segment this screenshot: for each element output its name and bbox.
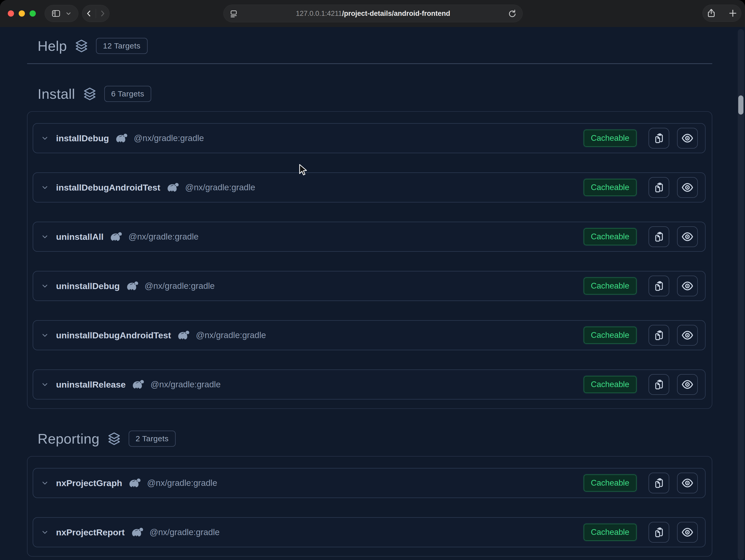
reload-button[interactable] <box>508 9 517 20</box>
copy-button[interactable] <box>648 276 669 296</box>
target-executor: @nx/gradle:gradle <box>147 478 217 488</box>
url-host: 127.0.0.1:4211 <box>296 10 342 18</box>
section-title: Install <box>38 85 75 102</box>
target-group-section: Install 6 Targets installDebug <box>27 85 712 409</box>
target-row[interactable]: uninstallRelease @nx/gradle:gradle Cache… <box>33 370 706 399</box>
target-group-section: Help 12 Targets <box>27 37 712 64</box>
chevron-down-icon[interactable] <box>40 331 49 340</box>
copy-icon <box>653 132 665 144</box>
target-name: uninstallDebugAndroidTest <box>56 330 171 340</box>
gradle-icon <box>178 330 190 340</box>
chevron-down-icon[interactable] <box>40 282 49 290</box>
row-actions: Cacheable <box>584 522 698 542</box>
target-row[interactable]: installDebug @nx/gradle:gradle Cacheable <box>33 123 706 153</box>
target-row[interactable]: installDebugAndroidTest @nx/gradle:gradl… <box>33 172 706 203</box>
copy-icon <box>653 280 665 292</box>
copy-button[interactable] <box>648 226 669 247</box>
eye-icon <box>681 526 694 538</box>
target-row[interactable]: uninstallDebugAndroidTest @nx/gradle:gra… <box>33 320 706 350</box>
target-executor: @nx/gradle:gradle <box>150 527 220 537</box>
cacheable-badge: Cacheable <box>584 327 637 344</box>
scrollbar-track[interactable] <box>738 29 744 560</box>
section-title: Help <box>38 37 67 55</box>
target-row[interactable]: nxProjectGraph @nx/gradle:gradle Cacheab… <box>33 468 706 498</box>
chevron-down-icon[interactable] <box>40 232 49 241</box>
page-settings-button[interactable] <box>229 8 239 20</box>
eye-button[interactable] <box>677 177 698 198</box>
eye-icon <box>681 477 694 489</box>
project-details-page: Help 12 Targets Install 6 <box>0 27 745 560</box>
eye-button[interactable] <box>677 473 698 493</box>
minimize-window-button[interactable] <box>19 10 25 16</box>
copy-button[interactable] <box>648 522 669 542</box>
copy-button[interactable] <box>648 374 669 395</box>
target-name: installDebugAndroidTest <box>56 182 160 193</box>
eye-button[interactable] <box>677 128 698 148</box>
url-text: 127.0.0.1:4211/project-details/android-f… <box>239 10 507 18</box>
url-path: /project-details/android-frontend <box>342 10 450 18</box>
chevron-down-icon[interactable] <box>40 479 49 487</box>
close-window-button[interactable] <box>8 10 14 16</box>
section-heading: Help 12 Targets <box>38 37 712 55</box>
cacheable-badge: Cacheable <box>584 376 637 393</box>
eye-icon <box>681 280 694 292</box>
back-icon <box>85 9 93 18</box>
eye-icon <box>681 378 694 391</box>
eye-button[interactable] <box>677 226 698 247</box>
eye-icon <box>681 132 694 144</box>
cacheable-badge: Cacheable <box>584 179 637 196</box>
traffic-lights <box>8 10 36 16</box>
chevron-down-icon[interactable] <box>40 380 49 389</box>
cacheable-badge: Cacheable <box>584 228 637 245</box>
layers-icon <box>83 86 97 101</box>
sidebar-toggle-button[interactable] <box>44 5 78 22</box>
section-target-list: nxProjectGraph @nx/gradle:gradle Cacheab… <box>27 456 712 557</box>
row-actions: Cacheable <box>584 226 698 247</box>
target-executor: @nx/gradle:gradle <box>185 182 255 193</box>
browser-window: 127.0.0.1:4211/project-details/android-f… <box>0 0 745 560</box>
target-name: uninstallAll <box>56 232 103 242</box>
address-bar[interactable]: 127.0.0.1:4211/project-details/android-f… <box>223 5 523 22</box>
cacheable-badge: Cacheable <box>584 524 637 541</box>
section-divider <box>27 63 712 64</box>
target-row[interactable]: uninstallDebug @nx/gradle:gradle Cacheab… <box>33 271 706 301</box>
target-name: nxProjectGraph <box>56 478 122 488</box>
browser-toolbar: 127.0.0.1:4211/project-details/android-f… <box>0 0 745 27</box>
target-row[interactable]: nxProjectReport @nx/gradle:gradle Cachea… <box>33 517 706 547</box>
copy-button[interactable] <box>648 325 669 346</box>
gradle-icon <box>110 232 123 242</box>
sidebar-icon <box>51 8 61 19</box>
target-row[interactable]: uninstallAll @nx/gradle:gradle Cacheable <box>33 222 706 252</box>
eye-button[interactable] <box>677 325 698 346</box>
eye-button[interactable] <box>677 276 698 296</box>
eye-button[interactable] <box>677 522 698 542</box>
target-group-section: Reporting 2 Targets nxProjectGraph <box>27 430 712 557</box>
scrollbar-thumb[interactable] <box>738 95 743 115</box>
copy-icon <box>653 231 665 243</box>
new-tab-button[interactable] <box>728 8 738 18</box>
copy-button[interactable] <box>648 177 669 198</box>
targets-count-badge: 2 Targets <box>129 431 175 447</box>
share-button[interactable] <box>706 8 716 19</box>
row-actions: Cacheable <box>584 276 698 296</box>
forward-button[interactable] <box>96 5 109 22</box>
copy-icon <box>653 329 665 341</box>
target-executor: @nx/gradle:gradle <box>134 133 204 143</box>
copy-button[interactable] <box>648 473 669 493</box>
gradle-icon <box>116 133 128 143</box>
section-heading: Install 6 Targets <box>38 85 712 102</box>
zoom-window-button[interactable] <box>30 10 36 16</box>
back-button[interactable] <box>82 5 96 22</box>
copy-icon <box>653 526 665 538</box>
targets-count-badge: 6 Targets <box>104 86 151 102</box>
mouse-cursor <box>298 164 309 178</box>
eye-button[interactable] <box>677 374 698 395</box>
row-actions: Cacheable <box>584 473 698 493</box>
chevron-down-icon[interactable] <box>40 134 49 143</box>
page-settings-icon <box>229 8 239 19</box>
new-tab-icon <box>728 8 738 18</box>
project-targets: Help 12 Targets Install 6 <box>27 37 712 557</box>
copy-button[interactable] <box>648 128 669 148</box>
chevron-down-icon[interactable] <box>40 183 49 192</box>
chevron-down-icon[interactable] <box>40 528 49 537</box>
